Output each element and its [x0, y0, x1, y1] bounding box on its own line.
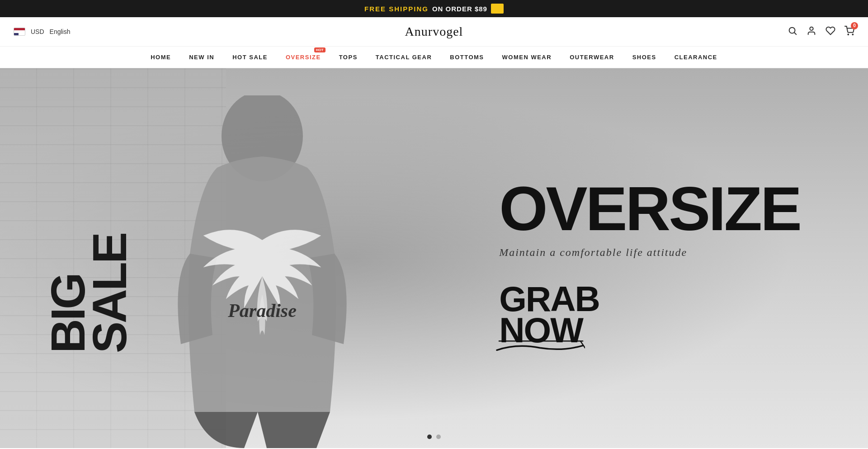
hot-badge: Hot	[314, 47, 326, 52]
shipping-free-text: FREE SHIPPING	[364, 5, 429, 13]
svg-point-4	[852, 34, 853, 35]
nav-item-tactical-gear[interactable]: TACTICAL GEAR	[376, 54, 432, 61]
logo-text: Anurvogel	[405, 24, 463, 38]
logo[interactable]: Anurvogel	[405, 24, 463, 39]
hoodie-svg: Paradise	[154, 95, 371, 448]
nav-item-tops[interactable]: TOPS	[339, 54, 358, 61]
hoodie-figure: Paradise	[154, 95, 371, 448]
grab-now-underline	[495, 339, 585, 353]
slide-dots	[427, 435, 441, 439]
header-left: USD English	[14, 28, 70, 36]
svg-line-1	[794, 33, 796, 34]
svg-point-2	[810, 27, 813, 30]
oversize-heading: OVERSIZE	[499, 177, 800, 240]
grab-now-container[interactable]: GRAB NOW	[499, 284, 599, 345]
nav-item-outerwear[interactable]: OUTERWEAR	[570, 54, 614, 61]
wishlist-icon[interactable]	[826, 26, 835, 38]
svg-point-3	[848, 34, 849, 35]
svg-text:Paradise: Paradise	[227, 300, 297, 321]
hero-right-content: OVERSIZE Maintain a comfortable life att…	[499, 177, 800, 345]
shipping-rest-text: ON ORDER $89	[432, 5, 487, 13]
search-icon[interactable]	[788, 26, 797, 38]
nav-item-oversize[interactable]: OVERSIZEHot	[286, 54, 321, 61]
nav-item-women-wear[interactable]: WOMEN WEAR	[502, 54, 552, 61]
cart-icon[interactable]: 0	[844, 26, 854, 38]
nav-item-new-in[interactable]: NEW IN	[189, 54, 214, 61]
nav-item-home[interactable]: HOME	[151, 54, 171, 61]
flag-icon	[14, 28, 25, 36]
slide-dot-2[interactable]	[436, 435, 441, 439]
nav-item-clearance[interactable]: CLEARANCE	[675, 54, 717, 61]
slide-dot-1[interactable]	[427, 435, 432, 439]
shipping-icon	[491, 4, 504, 14]
header: USD English Anurvogel	[0, 17, 868, 47]
nav-item-shoes[interactable]: SHOES	[632, 54, 656, 61]
main-nav: HOMENEW INHOT SALEOVERSIZEHotTOPSTACTICA…	[0, 47, 868, 68]
account-icon[interactable]	[807, 26, 816, 38]
hero-tagline: Maintain a comfortable life attitude	[499, 246, 800, 259]
header-right: 0	[788, 26, 854, 38]
nav-item-bottoms[interactable]: BOTTOMS	[450, 54, 484, 61]
hero-left-text: BIG SALE	[47, 163, 131, 353]
currency-label[interactable]: USD	[31, 28, 44, 35]
sale-text: SALE	[83, 234, 136, 353]
top-banner: FREE SHIPPING ON ORDER $89	[0, 0, 868, 17]
cart-badge: 0	[851, 22, 858, 29]
hero-banner[interactable]: BIG SALE Paradis	[0, 68, 868, 448]
language-label[interactable]: English	[50, 28, 71, 35]
nav-item-hot-sale[interactable]: HOT SALE	[232, 54, 268, 61]
